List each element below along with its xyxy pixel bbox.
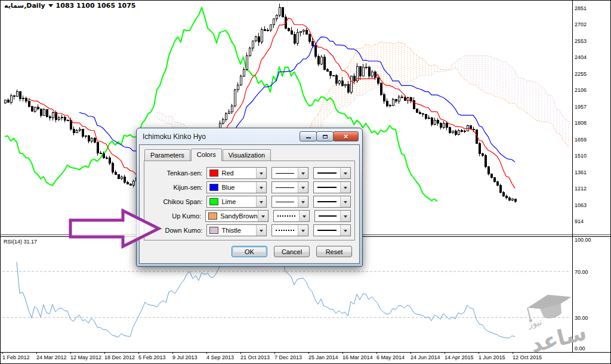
close-button[interactable]: × [333, 131, 359, 141]
dropdown-arrow-icon [340, 168, 350, 178]
time-axis-label: 12 May 2012 [70, 354, 101, 360]
style-sample [276, 173, 295, 174]
color-name: Lime [221, 198, 236, 205]
dropdown-arrow-icon [256, 182, 266, 193]
color-swatch [209, 169, 218, 177]
dropdown-arrow-icon [256, 168, 266, 178]
up-kumo-style-select[interactable] [273, 210, 310, 222]
time-axis-label: 16 Mar 2014 [342, 354, 373, 360]
time-axis-label: 9 Jul 2013 [172, 354, 198, 360]
dropdown-arrow-icon [340, 196, 350, 207]
tenkan-sen-color-select[interactable]: Red [206, 167, 266, 179]
dialog-body: Parameters Colors Visualization Tenkan-s… [139, 144, 360, 264]
color-name: SandyBrown [220, 212, 257, 220]
mt4-chart-window: سمايه,Daily 1083 1100 1065 1075 RSI(14) … [0, 0, 611, 364]
maximize-icon [323, 135, 328, 138]
tab-visualization[interactable]: Visualization [223, 149, 271, 162]
width-sample [317, 187, 337, 188]
width-sample [317, 230, 337, 231]
style-sample [277, 215, 295, 217]
close-icon: × [344, 132, 348, 141]
price-axis-label: 1063 [575, 202, 587, 208]
dropdown-arrow-icon [298, 168, 308, 178]
price-axis-label: 914 [575, 218, 584, 224]
chart-ohlc-bar: سمايه,Daily 1083 1100 1065 1075 [4, 2, 136, 10]
time-axis-label: 4 Sep 2013 [206, 354, 234, 360]
chikou-span-width-select[interactable] [313, 196, 351, 208]
dropdown-arrow-icon [298, 182, 308, 193]
price-axis-label: 1212 [575, 186, 587, 192]
color-swatch [208, 212, 217, 220]
style-sample [276, 187, 295, 188]
reset-button[interactable]: Reset [316, 246, 352, 257]
up-kumo-row: Up Kumo: SandyBrown [146, 209, 351, 223]
up-kumo-width-select[interactable] [314, 210, 351, 222]
saednews-watermark: نیوز ساعد [508, 289, 604, 359]
ohlc-values: 1083 1100 1065 1075 [56, 2, 136, 10]
width-sample [317, 201, 337, 202]
price-axis-label: 1957 [575, 104, 587, 110]
time-axis-label: 24 Mar 2012 [36, 354, 67, 360]
minimize-button[interactable] [300, 131, 317, 141]
color-swatch [209, 198, 218, 205]
tab-parameters[interactable]: Parameters [144, 149, 190, 162]
cancel-button[interactable]: Cancel [274, 246, 310, 257]
time-axis-label: 5 Feb 2013 [138, 354, 166, 360]
width-sample [319, 215, 337, 217]
cap-tassel [527, 308, 530, 319]
chikou-span-row: Chikou Span: Lime [146, 195, 351, 209]
width-sample [317, 172, 337, 174]
dropdown-arrow-icon [256, 225, 266, 236]
maximize-button[interactable] [316, 131, 334, 141]
dropdown-arrow-icon [298, 196, 308, 207]
price-axis-label: 1510 [575, 153, 587, 159]
chikou-span-style-select[interactable] [271, 196, 309, 208]
up-kumo-color-select[interactable]: SandyBrown [205, 210, 268, 222]
colors-tab-panel: Tenkan-sen: Red [144, 161, 355, 240]
row-label: Chikou Span: [147, 198, 202, 205]
ok-button[interactable]: OK [232, 246, 267, 257]
dropdown-arrow-icon [340, 225, 350, 236]
minimize-icon [306, 137, 311, 138]
down-kumo-width-select[interactable] [313, 224, 351, 236]
tab-colors[interactable]: Colors [191, 149, 222, 161]
price-axis-label: 1659 [575, 137, 587, 143]
dropdown-arrow-icon [340, 182, 350, 193]
time-axis-label: 1 Feb 2012 [2, 354, 30, 360]
dialog-titlebar[interactable]: Ichimoku Kinko Hyo × [139, 128, 360, 144]
price-axis-label: 2553 [575, 38, 587, 44]
down-kumo-color-select[interactable]: Thistle [206, 224, 266, 236]
time-axis-label: 14 Apr 2015 [445, 354, 474, 360]
symbol-period-label[interactable]: سمايه,Daily [4, 2, 45, 10]
dropdown-arrow-icon [256, 196, 266, 207]
tenkan-sen-style-select[interactable] [271, 167, 309, 179]
time-axis-label: 24 Jun 2014 [411, 354, 440, 360]
price-axis-label: 2106 [575, 87, 587, 93]
tenkan-sen-width-select[interactable] [313, 167, 351, 179]
tenkan-sen-row: Tenkan-sen: Red [146, 166, 351, 180]
symbol-dropdown-icon[interactable] [48, 4, 53, 7]
down-kumo-row: Down Kumo: Thistle [146, 223, 351, 237]
chikou-span-color-select[interactable]: Lime [206, 196, 266, 208]
dropdown-arrow-icon [258, 211, 268, 221]
color-name: Red [221, 169, 233, 177]
rsi-level-label: 100.00 [575, 237, 591, 243]
rsi-indicator-label: RSI(14) 31.17 [4, 239, 37, 245]
kijun-sen-color-select[interactable]: Blue [206, 181, 266, 193]
kijun-sen-width-select[interactable] [313, 181, 351, 193]
dropdown-arrow-icon [299, 211, 309, 221]
color-swatch [209, 227, 218, 234]
style-sample [276, 230, 295, 231]
watermark-text-small: نیوز [526, 316, 543, 330]
time-axis-label: 25 Jan 2014 [308, 354, 338, 360]
price-axis-label: 2702 [575, 21, 587, 27]
kijun-sen-style-select[interactable] [271, 181, 309, 193]
price-axis-label: 1361 [575, 169, 587, 175]
down-kumo-style-select[interactable] [271, 224, 309, 236]
dialog-buttons: OK Cancel Reset [140, 246, 359, 257]
kijun-sen-row: Kijun-sen: Blue [146, 180, 351, 195]
price-axis-label: 2404 [575, 54, 587, 60]
time-axis-label: 7 Dec 2013 [274, 354, 302, 360]
price-axis-label: 2851 [575, 5, 587, 11]
color-name: Thistle [221, 227, 240, 234]
